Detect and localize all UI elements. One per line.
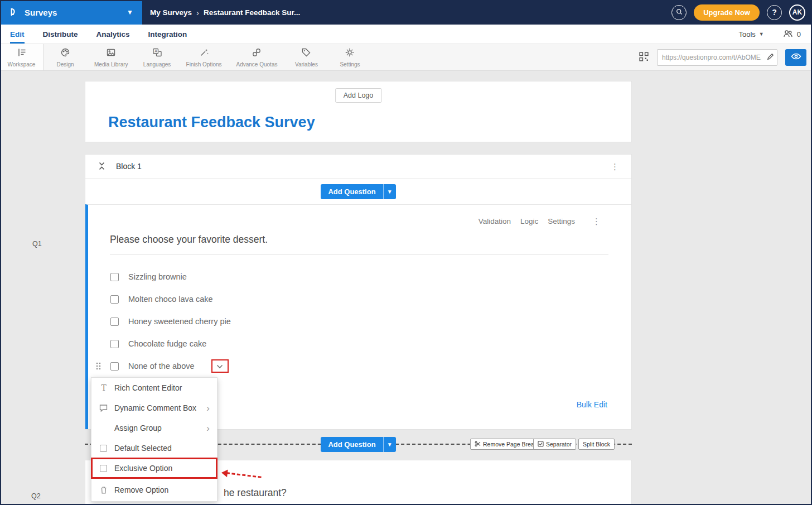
- settings-gear-icon: [345, 47, 355, 60]
- question1-index-label: Q1: [32, 240, 42, 248]
- media-library-icon: [106, 47, 116, 60]
- pencil-icon: [766, 54, 775, 62]
- add-question-caret-button[interactable]: ▼: [383, 437, 396, 452]
- toolbar-item-finish-options[interactable]: Finish Options: [179, 44, 229, 70]
- qr-code-icon: [639, 51, 649, 64]
- split-block-button[interactable]: Split Block: [578, 439, 615, 450]
- search-icon: [675, 8, 683, 17]
- nav-tabs-bar: Edit Distribute Analytics Integration To…: [0, 25, 812, 44]
- submenu-chevron-icon: ›: [206, 424, 210, 433]
- toolbar-right: [639, 44, 812, 70]
- question1-text[interactable]: Please choose your favorite dessert.: [110, 234, 608, 254]
- toolbar-item-variables[interactable]: Variables: [284, 44, 328, 70]
- add-logo-button[interactable]: Add Logo: [335, 88, 382, 103]
- breadcrumb-chevron-icon: ›: [196, 8, 199, 17]
- chevron-down-icon: [216, 362, 223, 371]
- menu-item-assign-group[interactable]: Assign Group ›: [91, 418, 217, 438]
- option-label[interactable]: None of the above: [128, 362, 195, 371]
- builder-toolbar: Workspace Design Media Library A Languag…: [0, 44, 812, 71]
- menu-item-dynamic-comment-box[interactable]: Dynamic Comment Box ›: [91, 398, 217, 418]
- option-label[interactable]: Molten choco lava cake: [128, 295, 213, 304]
- product-name: Surveys: [25, 8, 57, 17]
- qr-code-button[interactable]: [639, 51, 649, 64]
- upgrade-now-button[interactable]: Upgrade Now: [694, 4, 760, 21]
- collapse-block-icon: [98, 162, 105, 172]
- finish-options-wand-icon: [199, 47, 209, 60]
- collapse-block-button[interactable]: [98, 162, 105, 171]
- tools-dropdown[interactable]: Tools ▼: [738, 30, 763, 39]
- option-row: Chocolate fudge cake: [110, 333, 631, 355]
- questionpro-logo: [8, 6, 19, 19]
- question-actions: Validation Logic Settings ⋮: [478, 217, 601, 225]
- collaborators-count: 0: [797, 30, 801, 39]
- option-checkbox[interactable]: [110, 273, 119, 281]
- toolbar-item-design[interactable]: Design: [44, 44, 87, 70]
- survey-title[interactable]: Restaurant Feedback Survey: [108, 114, 315, 131]
- toolbar-item-advance-quotas[interactable]: Advance Quotas: [229, 44, 285, 70]
- surveys-product-menu[interactable]: Surveys ▼: [0, 0, 142, 25]
- comment-icon: [99, 404, 108, 412]
- block-kebab-icon[interactable]: ⋮: [611, 162, 619, 171]
- option-label[interactable]: Honey sweetened cherry pie: [128, 317, 231, 326]
- menu-item-rich-content-editor[interactable]: T Rich Content Editor: [91, 378, 217, 398]
- edit-url-button[interactable]: [766, 52, 775, 62]
- chevron-down-icon: ▼: [127, 8, 133, 16]
- option-checkbox[interactable]: [110, 295, 119, 304]
- toolbar-item-settings[interactable]: Settings: [328, 44, 371, 70]
- collaborators-icon: [783, 29, 793, 40]
- option-context-menu: T Rich Content Editor Dynamic Comment Bo…: [91, 377, 218, 502]
- option-settings-dropdown-button[interactable]: [211, 359, 229, 373]
- nav-tabs: Edit Distribute Analytics Integration: [10, 25, 187, 44]
- menu-item-default-selected[interactable]: Default Selected: [91, 438, 217, 458]
- chevron-down-icon: ▼: [759, 31, 764, 37]
- option-label[interactable]: Sizzling brownie: [128, 272, 187, 281]
- validation-link[interactable]: Validation: [478, 217, 511, 225]
- survey-url-field: [657, 49, 777, 66]
- separator-button[interactable]: Separator: [533, 439, 576, 450]
- chevron-down-icon: ▼: [387, 441, 393, 448]
- menu-item-remove-option[interactable]: Remove Option: [91, 479, 217, 501]
- tab-edit[interactable]: Edit: [10, 25, 25, 44]
- add-question-caret-button[interactable]: ▼: [383, 184, 396, 199]
- toolbar-item-workspace[interactable]: Workspace: [0, 44, 44, 70]
- question-kebab-icon[interactable]: ⋮: [592, 217, 601, 225]
- submenu-chevron-icon: ›: [206, 403, 210, 413]
- search-button[interactable]: [671, 5, 687, 20]
- breadcrumb-my-surveys[interactable]: My Surveys: [150, 8, 192, 17]
- chevron-down-icon: ▼: [387, 189, 393, 195]
- remove-page-break-button[interactable]: Remove Page Break: [470, 439, 542, 450]
- option-checkbox[interactable]: [110, 340, 119, 348]
- survey-url-input[interactable]: [657, 49, 777, 66]
- option-row: Sizzling brownie: [110, 266, 631, 288]
- avatar[interactable]: AK: [789, 4, 805, 21]
- option-checkbox[interactable]: [110, 318, 119, 326]
- survey-header-card: Add Logo Restaurant Feedback Survey: [85, 81, 632, 142]
- option-label[interactable]: Chocolate fudge cake: [128, 339, 206, 348]
- tab-integration[interactable]: Integration: [148, 25, 187, 44]
- collaborators-button[interactable]: 0: [783, 29, 801, 40]
- topbar: Surveys ▼ My Surveys › Restaurant Feedba…: [0, 0, 812, 25]
- tab-analytics[interactable]: Analytics: [96, 25, 130, 44]
- toolbar-item-languages[interactable]: A Languages: [136, 44, 179, 70]
- question2-index-label: Q2: [31, 492, 41, 500]
- add-question-button[interactable]: Add Question: [321, 184, 383, 199]
- block-header: Block 1 ⋮: [85, 155, 631, 179]
- trash-icon: [99, 486, 108, 494]
- settings-link[interactable]: Settings: [548, 217, 575, 225]
- drag-handle-icon[interactable]: [95, 362, 102, 372]
- question2-text[interactable]: he restaurant?: [224, 487, 287, 499]
- option-checkbox[interactable]: [110, 362, 119, 371]
- tab-distribute[interactable]: Distribute: [43, 25, 78, 44]
- breadcrumb-current: Restaurant Feedback Sur...: [204, 8, 300, 17]
- help-button[interactable]: ?: [767, 5, 782, 20]
- add-question-button[interactable]: Add Question: [321, 437, 383, 452]
- bulk-edit-link[interactable]: Bulk Edit: [577, 400, 607, 409]
- logic-link[interactable]: Logic: [520, 217, 538, 225]
- survey-canvas: Q1 Q2 Add Logo Restaurant Feedback Surve…: [0, 71, 812, 505]
- toolbar-item-media-library[interactable]: Media Library: [87, 44, 136, 70]
- breadcrumb: My Surveys › Restaurant Feedback Sur...: [150, 8, 300, 17]
- menu-item-exclusive-option[interactable]: Exclusive Option: [91, 458, 217, 478]
- topbar-right: Upgrade Now ? AK: [671, 4, 812, 21]
- checkbox-icon: [99, 465, 108, 472]
- preview-button[interactable]: [785, 49, 806, 66]
